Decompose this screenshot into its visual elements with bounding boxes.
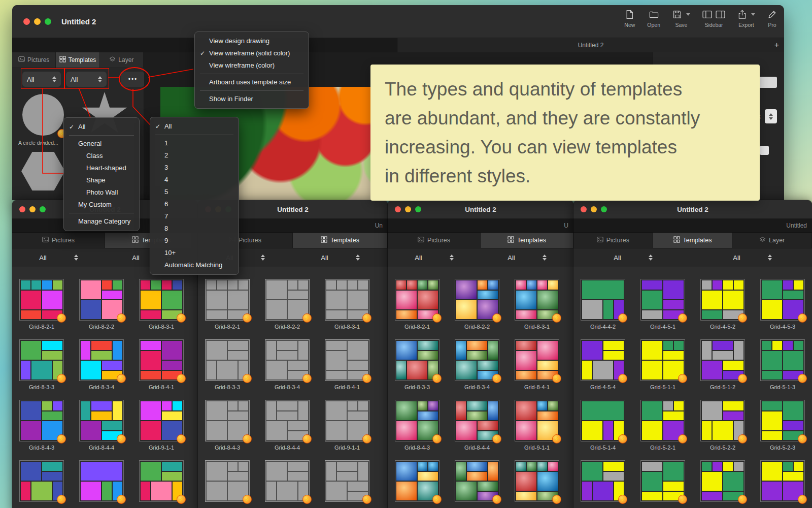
template-card[interactable]: ⚡Grid-5-1-1 (640, 339, 685, 391)
template-card[interactable]: ⚡Grid-8-3-1 (325, 279, 369, 330)
template-card[interactable]: ⚡Grid-9-1-1 (325, 400, 369, 451)
category-filter-dropdown[interactable]: All (22, 72, 61, 87)
tab-templates[interactable]: Templates (293, 233, 388, 248)
count-filter-dropdown[interactable]: All (66, 72, 107, 87)
count-menu-item[interactable]: 5 (150, 186, 239, 198)
chevron-down-icon[interactable] (751, 13, 755, 16)
template-card[interactable]: ⚡ (139, 460, 184, 508)
tab-templates[interactable]: Templates (481, 233, 573, 248)
template-card[interactable]: ⚡ (79, 460, 124, 508)
minimize-button[interactable] (405, 206, 411, 212)
template-card[interactable]: ⚡ (640, 460, 685, 508)
template-card[interactable]: ⚡Grid-5-2-3 (760, 400, 805, 451)
template-card[interactable]: ⚡Grid-8-3-1 (139, 279, 184, 330)
size-stepper[interactable] (760, 146, 769, 155)
count-menu-item[interactable]: 2 (150, 149, 239, 162)
template-card[interactable]: ⚡ (581, 460, 625, 508)
category-filter-dropdown[interactable]: All (12, 254, 105, 262)
category-menu-item[interactable]: Class (64, 150, 139, 162)
count-menu-item[interactable]: 8 (150, 223, 239, 235)
tab-pictures[interactable]: Pictures (573, 233, 653, 248)
category-filter-dropdown[interactable]: All (388, 254, 481, 262)
template-card[interactable]: ⚡Grid-8-4-1 (139, 339, 184, 391)
circle-template[interactable]: ⚡ (22, 94, 64, 136)
count-menu-item[interactable]: 7 (150, 210, 239, 223)
count-menu-item[interactable]: 3 (150, 162, 239, 174)
count-menu-item[interactable]: ✓All (150, 120, 239, 133)
category-menu-item[interactable]: Heart-shaped (64, 162, 139, 174)
template-card[interactable]: ⚡ (265, 460, 310, 508)
minimize-button[interactable] (34, 18, 41, 25)
template-card[interactable]: ⚡Grid-5-2-1 (640, 400, 685, 451)
template-card[interactable]: ⚡Grid-5-2-2 (700, 400, 745, 451)
template-card[interactable]: ⚡Grid-4-5-1 (640, 279, 685, 330)
template-card[interactable]: ⚡Grid-8-3-4 (79, 339, 124, 391)
tab-pictures[interactable]: Pictures (388, 233, 481, 248)
template-card[interactable]: ⚡Grid-9-1-1 (515, 400, 559, 451)
template-card[interactable]: ⚡ (395, 460, 439, 508)
template-card[interactable]: ⚡Grid-8-3-4 (455, 339, 499, 391)
category-menu-item[interactable]: ✓All (64, 121, 139, 133)
template-card[interactable]: ⚡Grid-8-2-2 (455, 279, 499, 330)
toolbar-export-button[interactable]: Export (737, 9, 755, 28)
template-card[interactable]: ⚡Grid-8-4-4 (265, 400, 310, 451)
close-button[interactable] (395, 206, 401, 212)
count-menu-item[interactable]: 4 (150, 174, 239, 186)
tab-templates[interactable]: Templates (56, 52, 99, 68)
template-card[interactable]: ⚡Grid-8-4-4 (79, 400, 124, 451)
count-filter-dropdown[interactable]: All (293, 254, 388, 262)
template-card[interactable]: ⚡Grid-8-2-2 (79, 279, 124, 330)
template-card[interactable]: ⚡ (19, 460, 64, 508)
view-menu-item[interactable]: Show in Finder (195, 93, 309, 105)
template-card[interactable]: ⚡ (325, 460, 369, 508)
toolbar-new-button[interactable]: New (624, 9, 635, 28)
document-tab[interactable]: Untitled 2 (397, 38, 784, 52)
template-card[interactable]: ⚡Grid-5-1-4 (581, 400, 625, 451)
template-card[interactable]: ⚡Grid-8-4-3 (205, 400, 250, 451)
template-card[interactable]: ⚡Grid-5-1-3 (760, 339, 805, 391)
minimize-button[interactable] (29, 206, 36, 212)
category-menu-item[interactable]: My Custom (64, 199, 139, 211)
count-filter-dropdown[interactable]: All (481, 254, 573, 262)
hexagon-template[interactable] (21, 152, 65, 190)
template-card[interactable]: ⚡Grid-8-4-4 (455, 400, 499, 451)
template-card[interactable]: ⚡ (760, 460, 805, 508)
template-card[interactable]: ⚡ (700, 460, 745, 508)
template-card[interactable]: ⚡Grid-9-1-1 (139, 400, 184, 451)
count-menu-item[interactable]: 9 (150, 235, 239, 247)
tab-pictures[interactable]: Pictures (12, 233, 105, 248)
category-menu-item[interactable]: General (64, 138, 139, 150)
template-card[interactable]: ⚡ (205, 460, 250, 508)
view-menu-item[interactable]: ✓View wireframe (solid color) (195, 47, 309, 59)
template-card[interactable]: ⚡Grid-5-1-2 (700, 339, 745, 391)
template-card[interactable]: ⚡Grid-4-5-3 (760, 279, 805, 330)
toolbar-save-button[interactable]: Save (672, 9, 690, 28)
more-options-button[interactable]: ••• (121, 72, 145, 87)
category-filter-dropdown[interactable]: All (573, 254, 693, 262)
template-card[interactable]: ⚡Grid-8-3-3 (205, 339, 250, 391)
count-menu-item[interactable]: Automatic Matching (150, 259, 239, 271)
toolbar-pro-button[interactable]: Pro (767, 9, 777, 28)
close-button[interactable] (581, 206, 587, 212)
tab-templates[interactable]: Templates (653, 233, 733, 248)
count-menu-item[interactable]: 6 (150, 198, 239, 210)
add-tab-button[interactable]: + (774, 40, 779, 50)
tab-pictures[interactable]: Pictures (12, 52, 56, 68)
tab-layer[interactable]: Layer (100, 52, 144, 68)
template-card[interactable]: ⚡Grid-8-4-1 (515, 339, 559, 391)
zoom-button[interactable] (45, 18, 51, 25)
template-card[interactable]: ⚡Grid-8-3-3 (19, 339, 64, 391)
x-stepper[interactable] (765, 109, 777, 123)
template-card[interactable]: ⚡Grid-4-4-2 (581, 279, 625, 330)
template-card[interactable]: ⚡Grid-4-5-4 (581, 339, 625, 391)
template-card[interactable]: ⚡Grid-8-4-3 (395, 400, 439, 451)
view-menu-item[interactable]: View design drawing (195, 35, 309, 47)
count-filter-dropdown[interactable]: All (693, 254, 812, 262)
toolbar-sidebar-button[interactable]: Sidebar (702, 9, 725, 28)
category-menu-item[interactable]: Photo Wall (64, 186, 139, 199)
template-card[interactable]: ⚡Grid-8-2-2 (265, 279, 310, 330)
template-card[interactable]: ⚡Grid-8-3-4 (265, 339, 310, 391)
zoom-button[interactable] (601, 206, 607, 212)
count-menu-item[interactable]: 1 (150, 137, 239, 149)
count-menu-item[interactable]: 10+ (150, 247, 239, 259)
